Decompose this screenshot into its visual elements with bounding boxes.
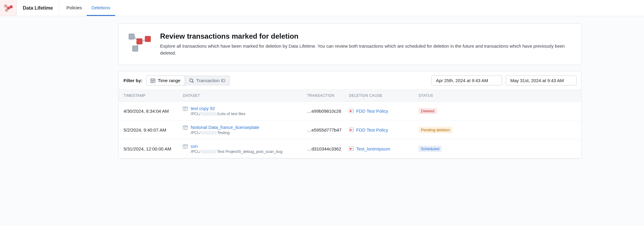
status-badge: Pending deletion (419, 127, 452, 133)
date-from-input[interactable] (431, 76, 502, 85)
filter-option-label: Transaction ID (196, 78, 225, 83)
col-status: STATUS (419, 94, 461, 98)
svg-rect-19 (153, 82, 153, 82)
cell-dataset: test copy 92 /PCL//Lots of test files (183, 106, 307, 116)
svg-rect-9 (133, 46, 138, 51)
dataset-icon (183, 126, 188, 130)
policy-link[interactable]: FDD Test Policy (356, 127, 388, 132)
page-description: Explore all transactions which have been… (160, 43, 572, 56)
app-title: Data Lifetime (17, 0, 59, 16)
cell-timestamp: 4/30/2024, 8:34:04 AM (124, 109, 183, 114)
col-dataset: DATASET (183, 94, 307, 98)
header-icon (128, 32, 152, 56)
policy-icon (349, 147, 354, 151)
dataset-path: /PCL/Test Project/0_debug_post_scan_bug (191, 149, 282, 154)
tab-deletions[interactable]: Deletions (87, 0, 115, 16)
page-title: Review transactions marked for deletion (160, 32, 572, 40)
cell-transaction: …d310344c3362 (307, 146, 349, 151)
tab-policies[interactable]: Policies (61, 0, 87, 16)
svg-rect-7 (137, 39, 142, 44)
cell-transaction: …e5955d777b47 (307, 127, 349, 132)
svg-line-21 (192, 82, 194, 83)
nav-tabs: Policies Deletions (59, 0, 115, 16)
table-row: 4/30/2024, 8:34:04 AM test copy 92 /PCL/… (119, 102, 581, 120)
svg-point-20 (190, 79, 193, 82)
app-logo[interactable] (0, 0, 17, 16)
cell-status: Deleted (419, 108, 461, 114)
dataset-link[interactable]: test copy 92 (191, 106, 215, 111)
svg-rect-17 (154, 81, 154, 81)
status-badge: Deleted (419, 108, 437, 114)
cell-timestamp: 5/31/2024, 12:00:00 AM (124, 146, 183, 151)
table-row: 5/31/2024, 12:00:00 AM ssn /PCL/Test Pro… (119, 139, 581, 158)
cell-dataset: ssn /PCL/Test Project/0_debug_post_scan_… (183, 144, 307, 154)
svg-rect-31 (183, 126, 187, 127)
policy-link[interactable]: Test_loremipsum (356, 146, 390, 151)
table-row: 5/2/2024, 9:40:07 AM Notional Data_franc… (119, 120, 581, 139)
search-icon (189, 78, 194, 83)
policy-icon (349, 109, 354, 113)
col-transaction: TRANSACTION (307, 94, 349, 98)
svg-rect-0 (4, 5, 7, 7)
svg-rect-2 (10, 6, 12, 8)
policy-icon (349, 128, 354, 132)
page-header-card: Review transactions marked for deletion … (118, 23, 582, 65)
redacted-segment (201, 150, 217, 153)
cell-transaction: …e99b09810c26 (307, 109, 349, 114)
cell-deletion-cause: FDD Test Policy (349, 127, 419, 132)
svg-rect-36 (183, 145, 187, 146)
dataset-path: /PCL//Lots of test files (191, 112, 245, 116)
filter-option-label: Time range (158, 78, 180, 83)
dataset-icon (183, 144, 188, 149)
svg-rect-15 (152, 81, 152, 81)
policy-link[interactable]: FDD Test Policy (356, 109, 388, 114)
svg-rect-6 (129, 34, 134, 39)
col-deletion-cause: DELETION CAUSE (349, 94, 419, 98)
calendar-icon (151, 78, 155, 83)
deletions-table-card: Filter by: Time range Transaction ID TIM… (118, 71, 582, 159)
cell-status: Scheduled (419, 146, 461, 152)
cell-deletion-cause: FDD Test Policy (349, 109, 419, 114)
cell-status: Pending deletion (419, 127, 461, 133)
filter-bar: Filter by: Time range Transaction ID (119, 71, 581, 90)
svg-rect-26 (183, 107, 187, 108)
dataset-link[interactable]: Notional Data_france_licenseplate (191, 125, 259, 130)
svg-rect-8 (145, 36, 151, 42)
svg-rect-3 (5, 9, 8, 11)
table-header-row: TIMESTAMP DATASET TRANSACTION DELETION C… (119, 90, 581, 102)
filter-time-range-button[interactable]: Time range (146, 76, 185, 85)
svg-rect-18 (152, 82, 152, 82)
filter-transaction-id-button[interactable]: Transaction ID (185, 76, 230, 85)
data-lifetime-icon (4, 4, 13, 12)
dataset-link[interactable]: ssn (191, 144, 198, 149)
filter-label: Filter by: (124, 78, 142, 83)
svg-rect-16 (153, 81, 153, 81)
redacted-segment (201, 112, 217, 116)
redacted-segment (201, 131, 217, 135)
cell-dataset: Notional Data_france_licenseplate /PCL/T… (183, 125, 307, 135)
cell-timestamp: 5/2/2024, 9:40:07 AM (124, 127, 183, 132)
status-badge: Scheduled (419, 146, 442, 152)
dataset-path: /PCL/Testing (191, 130, 259, 135)
dataset-icon (183, 107, 188, 111)
date-to-input[interactable] (506, 76, 577, 85)
cell-deletion-cause: Test_loremipsum (349, 146, 419, 151)
top-nav: Data Lifetime Policies Deletions (0, 0, 644, 16)
filter-toggle-group: Time range Transaction ID (146, 76, 230, 85)
col-timestamp: TIMESTAMP (124, 94, 183, 98)
